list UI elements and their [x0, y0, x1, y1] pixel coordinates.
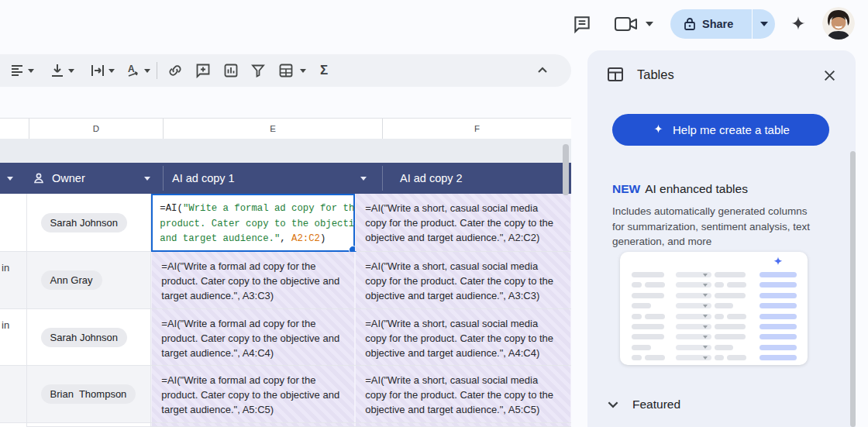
illustration-pill	[632, 355, 642, 360]
cell-ai-ad-copy-1[interactable]: =AI("Write a formal ad copy for theprodu…	[151, 252, 355, 308]
cell-owner[interactable]	[27, 423, 152, 426]
illustration-pill	[676, 314, 711, 319]
gemini-sparkle-icon[interactable]	[787, 13, 810, 36]
ai-ad-copy-1-header-label[interactable]: AI ad copy 1	[172, 172, 235, 184]
cell-owner[interactable]: Sarah Johnson	[27, 194, 152, 251]
cell-owner[interactable]: Sarah Johnson	[27, 309, 152, 365]
share-button[interactable]: Share	[670, 9, 752, 39]
featured-section-toggle[interactable]: Featured	[606, 398, 680, 412]
ai-ad-copy-1-header-caret[interactable]	[360, 177, 367, 181]
illustration-pill	[760, 314, 797, 319]
cell-ai-ad-copy-2[interactable]: =AI("Write a short, casual social mediac…	[355, 309, 571, 365]
user-avatar[interactable]	[822, 7, 855, 40]
illustration-pill	[715, 324, 746, 329]
illustration-pill	[676, 303, 711, 308]
illustration-pill	[727, 355, 746, 360]
sidebar-header: Tables	[587, 50, 856, 98]
meet-dropdown-caret[interactable]	[646, 22, 653, 26]
table-header-row: Owner AI ad copy 1 AI ad copy 2	[0, 163, 571, 194]
collapse-toolbar-icon[interactable]	[531, 60, 554, 81]
text-wrap-icon[interactable]	[90, 60, 105, 81]
row-1-strip[interactable]	[0, 139, 571, 163]
horizontal-align-icon[interactable]	[9, 60, 25, 81]
illustration-pill	[760, 334, 797, 339]
owner-header-label[interactable]: Owner	[52, 172, 85, 184]
cell-column-c[interactable]	[0, 423, 27, 427]
share-button-group: Share	[670, 9, 775, 39]
illustration-pill	[676, 324, 711, 329]
column-letter-D[interactable]: D	[29, 119, 163, 139]
functions-sigma[interactable]: Σ	[312, 60, 336, 81]
owner-chip[interactable]: Sarah Johnson	[41, 328, 127, 347]
cell-owner[interactable]: Ann Gray	[27, 252, 152, 308]
create-filter-icon[interactable]	[247, 60, 269, 81]
pill-dropdown-caret	[703, 336, 708, 339]
cell-ai-ad-copy-2[interactable]: =AI("Write a short, casual social mediac…	[355, 252, 571, 308]
cell-column-c[interactable]: in	[0, 309, 27, 365]
illustration-pill	[727, 314, 746, 319]
owner-chip[interactable]: Ann Gray	[41, 270, 102, 290]
sidebar-scrollbar[interactable]	[850, 151, 856, 427]
share-dropdown-button[interactable]	[753, 9, 775, 39]
person-icon	[33, 172, 45, 184]
spreadsheet-viewport: DEF Owner AI ad copy 1 AI ad copy 2 Sara…	[0, 118, 571, 427]
ai-ad-copy-2-header-label[interactable]: AI ad copy 2	[400, 172, 463, 184]
text-rotation-caret[interactable]	[144, 69, 150, 73]
insert-chart-icon[interactable]	[219, 60, 243, 81]
illustration-pill	[676, 293, 711, 298]
cell-ai-ad-copy-1[interactable]: =AI("Write a formal ad copy for theprodu…	[151, 366, 355, 422]
meet-video-icon[interactable]	[612, 14, 640, 34]
column-c-header-caret[interactable]	[7, 177, 13, 181]
illustration-pill	[760, 324, 797, 329]
topbar: Share	[0, 0, 868, 50]
sparkle-icon	[652, 123, 665, 136]
pill-dropdown-caret	[703, 346, 708, 349]
owner-header-caret[interactable]	[144, 177, 150, 181]
cell-column-c[interactable]	[0, 366, 27, 422]
sidebar-title: Tables	[637, 67, 674, 82]
new-badge: NEW	[612, 182, 640, 195]
cell-ai-ad-copy-2[interactable]: =AI("Write a short, casual social mediac…	[355, 366, 571, 422]
featured-label: Featured	[632, 398, 680, 412]
toolbar: A Σ	[0, 54, 571, 87]
illustration-pill	[676, 355, 711, 360]
illustration-pill	[632, 314, 642, 319]
insert-comment-icon[interactable]	[191, 60, 215, 81]
vertical-align-caret[interactable]	[68, 69, 74, 73]
illustration-pill	[632, 303, 651, 308]
illustration-pill	[715, 272, 746, 277]
vertical-align-icon[interactable]	[50, 60, 65, 81]
help-me-create-table-button[interactable]: Help me create a table	[612, 114, 829, 146]
column-letter-F[interactable]: F	[382, 119, 571, 139]
text-wrap-caret[interactable]	[108, 69, 115, 73]
insert-link-icon[interactable]	[164, 60, 187, 81]
cell-ai-ad-copy-2[interactable]: =AI("Write a short, casual social mediac…	[355, 194, 571, 251]
owner-chip[interactable]: Sarah Johnson	[41, 213, 127, 232]
column-letter-E[interactable]: E	[163, 119, 382, 139]
illustration-pill	[632, 345, 651, 350]
illustration-pill	[760, 303, 797, 308]
text-rotation-icon[interactable]: A	[126, 60, 141, 81]
svg-text:A: A	[128, 64, 135, 74]
horizontal-align-caret[interactable]	[28, 69, 34, 73]
comment-history-icon[interactable]	[570, 12, 594, 36]
close-icon[interactable]	[822, 67, 837, 83]
cell-owner[interactable]: Brian Thompson	[27, 366, 152, 422]
new-title: AI enhanced tables	[645, 182, 748, 195]
sheet-vertical-scrollbar[interactable]	[563, 144, 569, 195]
sheet-rows: Sarah Johnson=AI("Write a formal ad copy…	[0, 194, 571, 427]
cell-column-c[interactable]: in	[0, 252, 27, 308]
header-separator	[382, 166, 383, 191]
owner-chip[interactable]: Brian Thompson	[41, 384, 136, 404]
pill-dropdown-caret	[703, 315, 708, 318]
cell-ai-ad-copy-1[interactable]: =AI("Write a formal ad copy for theprodu…	[151, 309, 355, 365]
illustration-pill	[715, 345, 733, 350]
table-caret[interactable]	[300, 69, 306, 73]
table-icon[interactable]	[275, 60, 297, 81]
illustration-pill	[760, 355, 797, 360]
cell-ai-ad-copy-1-selected[interactable]: =AI("Write a formal ad copy for theprodu…	[151, 194, 355, 251]
share-dropdown-caret	[760, 22, 768, 26]
cell-ai-ad-copy-1[interactable]	[151, 423, 355, 426]
cell-ai-ad-copy-2[interactable]	[355, 423, 571, 426]
cell-column-c[interactable]	[0, 194, 27, 251]
